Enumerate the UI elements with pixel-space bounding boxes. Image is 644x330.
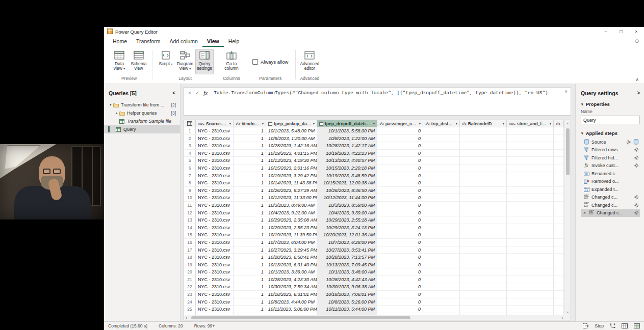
- cell[interactable]: 10/7/2023, 6:04:00 PM: [266, 239, 317, 246]
- cell[interactable]: 10/12/2023, 11:33:00 PM: [266, 194, 317, 201]
- cell[interactable]: [507, 194, 554, 201]
- cell[interactable]: 10/18/2023, 6:31:01 PM: [266, 291, 317, 298]
- cell[interactable]: NYC - 2310.csv: [196, 261, 234, 268]
- cell[interactable]: [423, 209, 460, 216]
- cell[interactable]: 0: [377, 216, 423, 224]
- cell[interactable]: 10/26/2023, 8:46:50 AM: [317, 187, 377, 194]
- cell[interactable]: [460, 172, 507, 179]
- cell[interactable]: 10/1/2023, 5:58:00 PM: [317, 127, 377, 134]
- applied-step[interactable]: Filtered rows: [581, 146, 640, 154]
- table-row[interactable]: 21NYC - 2310.csv110/28/2023, 4:23:30 AM1…: [184, 276, 564, 284]
- cell[interactable]: 0: [377, 187, 423, 194]
- cell[interactable]: NYC - 2310.csv: [196, 283, 234, 290]
- gear-icon[interactable]: [626, 140, 631, 145]
- cell[interactable]: [554, 239, 564, 246]
- cell[interactable]: 1: [234, 172, 266, 179]
- cell[interactable]: [507, 202, 554, 209]
- applied-steps-section-header[interactable]: ∨ Applied steps: [581, 130, 640, 136]
- column-header-passenger_count[interactable]: 1²3passenger_count▾: [377, 120, 423, 127]
- cell[interactable]: [460, 157, 507, 164]
- cell[interactable]: NYC - 2310.csv: [196, 172, 234, 179]
- collapse-queries-pane-icon[interactable]: <: [172, 90, 175, 96]
- cell[interactable]: [460, 127, 507, 134]
- cell[interactable]: [423, 298, 460, 306]
- menu-home[interactable]: Home: [108, 36, 132, 47]
- cell[interactable]: 10/15/2023, 12:00:38 AM: [317, 179, 377, 186]
- cell[interactable]: [554, 291, 564, 298]
- cell[interactable]: [460, 306, 507, 313]
- cell[interactable]: 10/28/2023, 4:23:30 AM: [266, 276, 317, 283]
- formula-input[interactable]: Table.TransformColumnTypes(#"Changed col…: [212, 88, 571, 96]
- collapse-settings-pane-icon[interactable]: >: [637, 90, 640, 96]
- cell[interactable]: [423, 164, 460, 172]
- cell[interactable]: NYC - 2310.csv: [196, 187, 234, 194]
- cell[interactable]: 1: [234, 254, 266, 261]
- applied-step[interactable]: fxInvoke cust...: [581, 162, 640, 170]
- cell[interactable]: [423, 268, 460, 276]
- cell[interactable]: 10/15/2023, 2:20:18 PM: [317, 164, 377, 172]
- cell[interactable]: NYC - 2310.csv: [196, 135, 234, 142]
- cell[interactable]: 1: [234, 231, 266, 238]
- cell[interactable]: 1: [234, 216, 266, 224]
- cell[interactable]: [423, 179, 460, 186]
- cell[interactable]: [507, 306, 554, 313]
- cell[interactable]: 1: [234, 306, 266, 313]
- cell[interactable]: [554, 179, 564, 186]
- cell[interactable]: NYC - 2310.csv: [196, 291, 234, 298]
- column-type-icon[interactable]: 1²3: [236, 122, 240, 125]
- table-row[interactable]: 16NYC - 2310.csv110/7/2023, 6:04:00 PM10…: [184, 239, 564, 246]
- properties-section-header[interactable]: ∨ Properties: [581, 101, 640, 107]
- cell[interactable]: NYC - 2310.csv: [196, 268, 234, 276]
- cell[interactable]: 1: [234, 283, 266, 290]
- cell[interactable]: 10/11/2023, 5:44:00 PM: [317, 306, 377, 313]
- column-header-store_and_fwd_flag[interactable]: ABCstore_and_fwd_flag▾: [507, 120, 554, 127]
- commit-formula-icon[interactable]: ✓: [195, 90, 199, 96]
- table-row[interactable]: 4NYC - 2310.csv110/19/2023, 4:01:15 PM10…: [184, 150, 564, 157]
- cell[interactable]: 0: [377, 306, 423, 313]
- column-type-icon[interactable]: ABC: [198, 122, 204, 125]
- cell[interactable]: [423, 150, 460, 157]
- table-row[interactable]: 9NYC - 2310.csv110/26/2023, 8:27:39 AM10…: [184, 187, 564, 195]
- cell[interactable]: [460, 164, 507, 172]
- cell[interactable]: [507, 157, 554, 164]
- gear-icon[interactable]: [634, 147, 639, 152]
- cell[interactable]: [423, 202, 460, 209]
- cell[interactable]: [554, 172, 564, 179]
- query-name-input[interactable]: [581, 116, 640, 124]
- cell[interactable]: 10/30/2023, 9:06:38 AM: [317, 283, 377, 290]
- cell[interactable]: 10/13/2023, 4:40:57 PM: [317, 157, 377, 164]
- cell[interactable]: 0: [377, 268, 423, 276]
- scroll-up-icon[interactable]: ▴: [565, 121, 571, 125]
- cell[interactable]: [423, 231, 460, 238]
- cell[interactable]: 0: [377, 209, 423, 216]
- filter-dropdown-icon[interactable]: ▾: [312, 122, 315, 126]
- cell[interactable]: 10/1/2023, 5:48:00 PM: [266, 127, 317, 134]
- cell[interactable]: 0: [377, 135, 423, 142]
- cell[interactable]: 10/12/2023, 11:44:00 PM: [317, 194, 377, 201]
- cell[interactable]: 10/7/2023, 6:28:00 PM: [317, 239, 377, 246]
- cell[interactable]: [423, 283, 460, 290]
- cell[interactable]: 10/3/2023, 8:59:00 AM: [317, 202, 377, 209]
- cell[interactable]: NYC - 2310.csv: [196, 142, 234, 149]
- cell[interactable]: 10/3/2023, 8:49:00 AM: [266, 202, 317, 209]
- cell[interactable]: [554, 216, 564, 224]
- table-row[interactable]: 24NYC - 2310.csv110/8/2023, 4:44:00 PM10…: [184, 298, 564, 306]
- menu-add-column[interactable]: Add column: [165, 36, 202, 47]
- cell[interactable]: [460, 276, 507, 283]
- cell[interactable]: 10/28/2023, 1:42:16 AM: [266, 142, 317, 149]
- cell[interactable]: 0: [377, 261, 423, 268]
- query-settings-button[interactable]: Query settings: [195, 49, 214, 74]
- vertical-scrollbar[interactable]: ▴ ▾: [564, 120, 571, 315]
- filter-dropdown-icon[interactable]: ▾: [562, 122, 564, 126]
- cell[interactable]: 10/29/2023, 2:55:23 PM: [266, 224, 317, 231]
- cell[interactable]: NYC - 2310.csv: [196, 179, 234, 186]
- query-item[interactable]: ▸Helper queries[3]: [104, 109, 180, 117]
- cell[interactable]: [460, 254, 507, 261]
- cell[interactable]: [507, 261, 554, 268]
- cell[interactable]: NYC - 2310.csv: [196, 164, 234, 172]
- cell[interactable]: [460, 194, 507, 201]
- cell[interactable]: [507, 276, 554, 283]
- column-header-vendorid[interactable]: 1²3VendorID▾: [234, 120, 266, 127]
- table-row[interactable]: 1NYC - 2310.csv110/1/2023, 5:48:00 PM10/…: [184, 127, 564, 135]
- cell[interactable]: NYC - 2310.csv: [196, 127, 234, 134]
